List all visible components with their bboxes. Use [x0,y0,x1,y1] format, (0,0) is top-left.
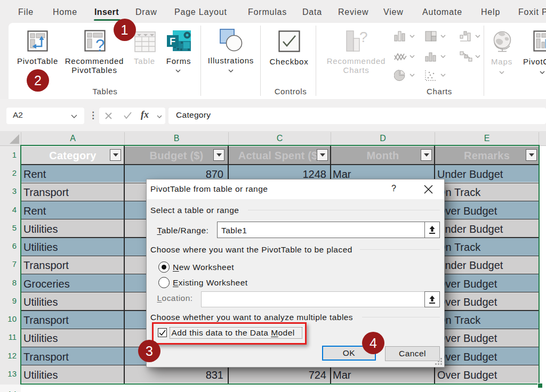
svg-text:?: ? [359,30,368,45]
svg-text:F: F [170,36,175,47]
svg-text:?: ? [95,36,105,52]
